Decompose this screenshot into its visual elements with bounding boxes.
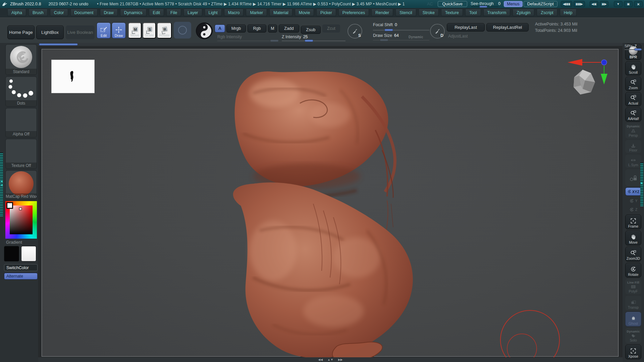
edit-mode-button[interactable]: Edit xyxy=(97,22,111,39)
canvas-top-scroll-thumb[interactable] xyxy=(39,43,78,46)
see-through-track[interactable] xyxy=(471,6,498,7)
texture-thumbnail[interactable]: Texture Off xyxy=(5,139,37,169)
canvas-top-scrollbar[interactable] xyxy=(38,43,623,46)
mrgb-toggle[interactable]: Mrgb xyxy=(226,24,246,33)
menu-light[interactable]: Light xyxy=(205,9,222,16)
rotate-z-button[interactable]: Z xyxy=(626,206,641,213)
menu-zplugin[interactable]: Zplugin xyxy=(513,9,534,16)
ghost-button[interactable]: Ghost xyxy=(625,312,641,326)
replay-last-rel-button[interactable]: ReplayLastRel xyxy=(486,23,529,32)
zoom-button[interactable]: Zoom xyxy=(625,77,641,91)
current-color-swatch[interactable] xyxy=(6,202,13,209)
polyframe-button[interactable]: Line Fill PolyF xyxy=(625,279,641,294)
menu-picker[interactable]: Picker xyxy=(316,9,336,16)
scroll-button[interactable]: Scroll xyxy=(625,61,641,75)
scroll-right-icon[interactable]: ▶▶ xyxy=(338,358,343,361)
left-tray-divider[interactable]: ◀ ◀ xyxy=(0,153,3,216)
menu-marker[interactable]: Marker xyxy=(246,9,267,16)
solo-button[interactable]: Dynamic Solo xyxy=(625,328,641,343)
scroll-left-icon[interactable]: ◀◀ xyxy=(318,358,323,361)
menu-edit[interactable]: Edit xyxy=(149,9,164,16)
menu-document[interactable]: Document xyxy=(70,9,98,16)
menu-file[interactable]: File xyxy=(166,9,181,16)
menu-transform[interactable]: Transform xyxy=(483,9,511,16)
persp-button[interactable]: Dynamic Persp xyxy=(625,123,641,138)
material-tile[interactable]: MatCap Red Wax xyxy=(5,170,37,200)
dock-right-icon[interactable]: ▣▶ xyxy=(600,1,608,7)
tray-slide-right-icon[interactable]: ▮▮▮▶ xyxy=(574,1,585,7)
menu-movie[interactable]: Movie xyxy=(295,9,314,16)
zadd-toggle[interactable]: Zadd xyxy=(279,24,299,33)
menu-macro[interactable]: Macro xyxy=(224,9,244,16)
brush-thumbnail[interactable]: Standard xyxy=(5,44,37,75)
rotate-xyz-button[interactable]: XYZ xyxy=(625,187,641,196)
see-through-slider[interactable]: See-through 0 xyxy=(471,1,500,7)
lock-camera-button[interactable] xyxy=(625,169,641,186)
menu-brush[interactable]: Brush xyxy=(29,9,48,16)
stroke-curve-s-button[interactable]: S xyxy=(347,24,362,39)
color-picker[interactable] xyxy=(5,201,37,239)
lightbox-button[interactable]: LightBox xyxy=(36,25,64,39)
quicksave-button[interactable]: QuickSave xyxy=(438,1,467,7)
stroke-preview[interactable] xyxy=(174,22,191,39)
focal-shift-slider[interactable]: Focal Shift0 xyxy=(373,22,429,31)
color-picker-sv-square[interactable] xyxy=(10,205,33,234)
stroke-thumbnail[interactable]: Dots xyxy=(5,76,37,107)
default-zscript-button[interactable]: DefaultZScript xyxy=(524,1,557,7)
see-through-thumb[interactable] xyxy=(479,6,487,8)
move-3d-button[interactable]: Move xyxy=(625,231,641,245)
rotate-3d-button[interactable]: Rotate xyxy=(625,263,641,278)
menu-color[interactable]: Color xyxy=(50,9,68,16)
aahalf-button[interactable]: AAHalf xyxy=(625,108,641,122)
menu-help[interactable]: Help xyxy=(560,9,577,16)
menu-render[interactable]: Render xyxy=(371,9,393,16)
canvas-bottom-scrollbar[interactable]: ◀◀ ▲▼ ▶▶ xyxy=(38,357,623,362)
replay-last-button[interactable]: ReplayLast xyxy=(447,23,485,32)
menu-stencil[interactable]: Stencil xyxy=(395,9,416,16)
right-tray-divider[interactable]: ▶ xyxy=(640,163,643,206)
scale-mode-button[interactable]: S Scale xyxy=(143,22,156,39)
scroll-updown-icon[interactable]: ▲▼ xyxy=(327,358,333,361)
menu-tool[interactable]: Tool xyxy=(465,9,481,16)
rotate-mode-button[interactable]: R Rotate xyxy=(157,22,172,39)
menu-alpha[interactable]: Alpha xyxy=(7,9,26,16)
menu-texture[interactable]: Texture xyxy=(441,9,463,16)
transparency-button[interactable]: Transp xyxy=(625,296,641,310)
secondary-color-swatch[interactable] xyxy=(21,246,36,261)
rotate-y-button[interactable]: Y xyxy=(626,197,641,204)
live-boolean-button[interactable]: Live Boolean xyxy=(66,25,95,39)
main-color-swatch[interactable] xyxy=(4,246,19,261)
restore-icon[interactable]: ▣ xyxy=(624,1,633,7)
alternate-button[interactable]: Alternate xyxy=(4,273,38,280)
frame-button[interactable]: Frame xyxy=(625,215,641,229)
minimize-icon[interactable]: ▼ xyxy=(614,1,623,7)
rgb-intensity-slider[interactable]: Rgb Intensity xyxy=(217,35,278,41)
axis-gizmo[interactable] xyxy=(561,53,620,102)
close-icon[interactable]: × xyxy=(634,1,643,7)
zcut-toggle[interactable]: Zcut xyxy=(322,24,340,33)
dock-left-icon[interactable]: ◀▣ xyxy=(590,1,598,7)
menus-button[interactable]: Menus xyxy=(504,1,523,7)
draw-mode-button[interactable]: Draw xyxy=(112,22,126,39)
actual-button[interactable]: Actual xyxy=(625,92,641,106)
document-canvas[interactable] xyxy=(42,49,619,357)
menu-material[interactable]: Material xyxy=(269,9,292,16)
anchor-toggle[interactable]: A xyxy=(215,24,225,33)
menu-dynamics[interactable]: Dynamics xyxy=(120,9,147,16)
tray-slide-left-icon[interactable]: ◀▮▮▮ xyxy=(561,1,572,7)
stroke-curve-d-button[interactable]: D xyxy=(430,24,445,39)
zoom-3d-button[interactable]: Zoom3D xyxy=(625,247,641,261)
menu-zscript[interactable]: Zscript xyxy=(537,9,557,16)
material-thumbnail[interactable] xyxy=(196,22,213,39)
z-intensity-slider[interactable]: Z Intensity25 xyxy=(282,35,345,41)
alpha-thumbnail[interactable]: Alpha Off xyxy=(5,108,37,137)
home-page-button[interactable]: Home Page xyxy=(7,25,35,39)
stroke-canvas-thumbnail[interactable] xyxy=(51,60,95,93)
local-symmetry-button[interactable]: L.Sym xyxy=(625,155,641,168)
switch-color-button[interactable]: SwitchColor xyxy=(4,264,38,271)
rgb-toggle[interactable]: Rgb xyxy=(248,24,266,33)
floor-button[interactable]: Floor xyxy=(625,140,641,153)
xpose-button[interactable]: Xpose xyxy=(625,345,641,359)
spix-slider[interactable]: SPix7 xyxy=(625,44,642,50)
menu-stroke[interactable]: Stroke xyxy=(419,9,439,16)
